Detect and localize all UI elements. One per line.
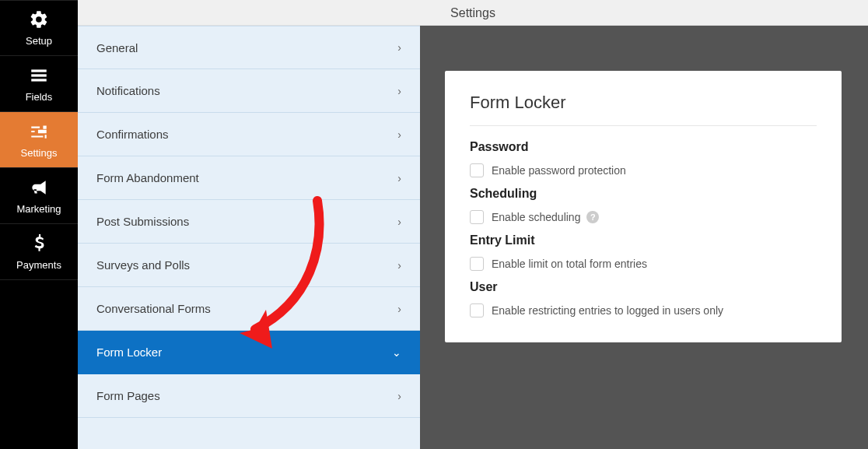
checkbox-icon[interactable]: [470, 303, 484, 317]
nav-label: Settings: [21, 147, 58, 159]
settings-item-label: Conversational Forms: [96, 302, 211, 315]
checkbox-label: Enable restricting entries to logged in …: [492, 304, 723, 317]
chevron-right-icon: ›: [397, 259, 401, 272]
settings-item-label: Confirmations: [96, 128, 169, 141]
checkbox-label: Enable password protection: [492, 164, 626, 177]
password-checkbox-row[interactable]: Enable password protection: [470, 163, 817, 177]
settings-item-label: Notifications: [96, 84, 160, 97]
settings-item-label: Form Locker: [96, 346, 162, 359]
settings-item-general[interactable]: General ›: [78, 26, 420, 69]
settings-item-label: Form Pages: [96, 389, 160, 402]
nav-label: Fields: [26, 91, 53, 103]
section-title-password: Password: [470, 140, 817, 154]
chevron-right-icon: ›: [397, 172, 401, 184]
settings-item-confirmations[interactable]: Confirmations ›: [78, 113, 420, 156]
sliders-icon: [29, 121, 49, 144]
settings-item-label: Post Submissions: [96, 215, 189, 228]
section-title-entry-limit: Entry Limit: [470, 233, 817, 247]
page-title: Settings: [78, 0, 868, 26]
nav-spacer: [0, 280, 78, 449]
form-locker-panel: Form Locker Password Enable password pro…: [445, 71, 842, 342]
content-row: General › Notifications › Confirmations …: [78, 26, 868, 449]
settings-item-label: Surveys and Polls: [96, 258, 190, 272]
primary-nav-sidebar: Setup Fields Settings Marketing Payments: [0, 0, 78, 449]
chevron-right-icon: ›: [397, 303, 401, 315]
settings-item-surveys-polls[interactable]: Surveys and Polls ›: [78, 244, 420, 287]
user-checkbox-row[interactable]: Enable restricting entries to logged in …: [470, 303, 817, 317]
checkbox-icon[interactable]: [470, 163, 484, 177]
settings-item-form-abandonment[interactable]: Form Abandonment ›: [78, 156, 420, 200]
section-title-user: User: [470, 280, 817, 294]
settings-item-label: General: [96, 41, 138, 54]
main-column: Settings General › Notifications › Confi…: [78, 0, 868, 449]
chevron-right-icon: ›: [397, 216, 401, 228]
section-title-scheduling: Scheduling: [470, 187, 817, 201]
svg-rect-1: [31, 74, 47, 76]
gear-icon: [29, 9, 49, 32]
chevron-right-icon: ›: [397, 85, 401, 97]
scheduling-checkbox-row[interactable]: Enable scheduling ?: [470, 210, 817, 224]
entry-limit-checkbox-row[interactable]: Enable limit on total form entries: [470, 257, 817, 271]
panel-title: Form Locker: [470, 93, 817, 126]
nav-item-fields[interactable]: Fields: [0, 56, 78, 112]
settings-item-label: Form Abandonment: [96, 171, 199, 184]
checkbox-icon[interactable]: [470, 257, 484, 271]
chevron-down-icon: ⌄: [392, 346, 401, 359]
checkbox-label: Enable limit on total form entries: [492, 258, 647, 270]
settings-item-post-submissions[interactable]: Post Submissions ›: [78, 200, 420, 244]
nav-label: Marketing: [16, 203, 61, 215]
settings-spacer: [78, 418, 420, 449]
nav-item-marketing[interactable]: Marketing: [0, 168, 78, 224]
dollar-icon: [29, 233, 49, 256]
chevron-right-icon: ›: [397, 41, 401, 54]
nav-item-payments[interactable]: Payments: [0, 224, 78, 280]
settings-item-notifications[interactable]: Notifications ›: [78, 69, 420, 113]
svg-rect-0: [31, 69, 47, 72]
nav-label: Payments: [16, 259, 61, 271]
settings-submenu: General › Notifications › Confirmations …: [78, 26, 420, 449]
nav-item-settings[interactable]: Settings: [0, 112, 78, 168]
settings-item-form-pages[interactable]: Form Pages ›: [78, 374, 420, 418]
right-panel-area: Form Locker Password Enable password pro…: [420, 26, 868, 449]
settings-item-conversational-forms[interactable]: Conversational Forms ›: [78, 287, 420, 331]
list-icon: [29, 65, 49, 88]
svg-rect-2: [31, 79, 47, 81]
chevron-right-icon: ›: [397, 390, 401, 402]
nav-item-setup[interactable]: Setup: [0, 0, 78, 56]
checkbox-label: Enable scheduling: [492, 211, 580, 223]
help-icon[interactable]: ?: [586, 211, 599, 223]
settings-item-form-locker[interactable]: Form Locker ⌄: [78, 331, 420, 374]
checkbox-icon[interactable]: [470, 210, 484, 224]
bullhorn-icon: [29, 177, 49, 200]
chevron-right-icon: ›: [397, 128, 401, 141]
nav-label: Setup: [26, 35, 52, 47]
